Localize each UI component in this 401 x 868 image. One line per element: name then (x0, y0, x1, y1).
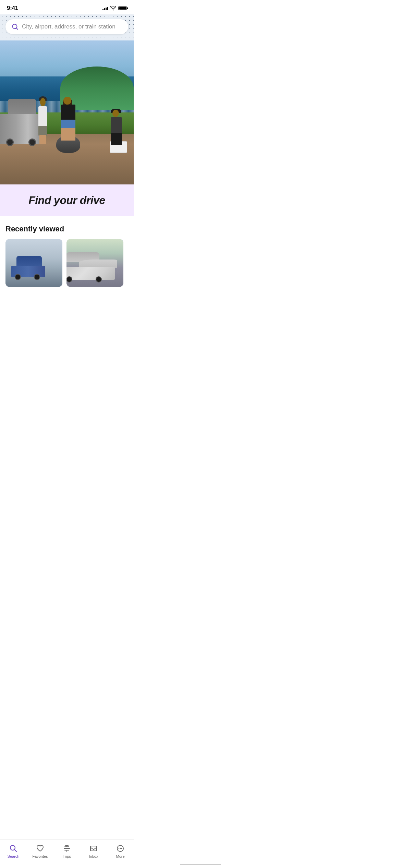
wifi-icon (110, 6, 116, 11)
search-bar[interactable]: City, airport, address, or train station (5, 19, 128, 34)
search-placeholder: City, airport, address, or train station (22, 23, 116, 30)
car-card-2[interactable] (66, 239, 123, 287)
person-3 (110, 110, 123, 150)
status-bar: 9:41 (0, 0, 134, 14)
search-icon (12, 23, 19, 30)
promo-title: Find your drive (7, 194, 127, 207)
person-2 (60, 97, 76, 147)
status-icons (102, 6, 127, 11)
header-section: City, airport, address, or train station (0, 14, 134, 40)
person-1 (37, 98, 48, 144)
signal-icon (102, 6, 108, 10)
car-card-1[interactable] (5, 239, 62, 287)
status-time: 9:41 (7, 5, 18, 12)
promo-banner: Find your drive (0, 184, 134, 216)
hero-image (0, 40, 134, 184)
recently-viewed-grid (5, 239, 128, 287)
recently-viewed-title: Recently viewed (5, 225, 128, 233)
recently-viewed-section: Recently viewed (0, 216, 134, 292)
battery-icon (118, 6, 127, 10)
hero-car (0, 101, 40, 144)
